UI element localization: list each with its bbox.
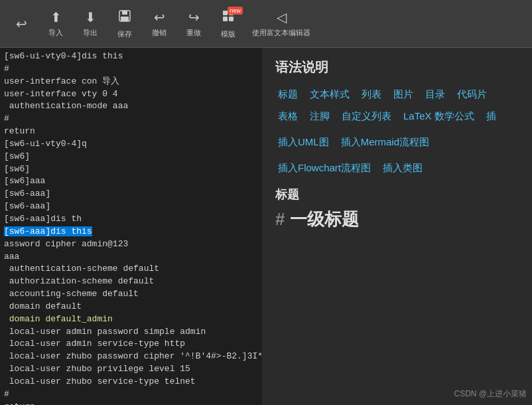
template-label: 模版 xyxy=(221,29,235,39)
term-line: assword cipher admin@123 xyxy=(1,238,261,251)
toolbar-redo-btn[interactable]: ↪ 重做 xyxy=(178,4,210,44)
toolbar-rich-editor-btn[interactable]: ◁ 使用富文本编辑器 xyxy=(247,4,316,44)
svg-rect-2 xyxy=(121,17,129,21)
svg-rect-1 xyxy=(122,11,127,15)
term-line: [sw6-aaa] xyxy=(1,201,261,213)
tag-insert[interactable]: 插 xyxy=(484,109,499,124)
tag-image[interactable]: 图片 xyxy=(391,87,416,102)
toolbar: ↩ ⬆ 导入 ⬇ 导出 保存 ↩ 撤销 ↪ 重做 new xyxy=(0,0,532,48)
term-line: authentication-scheme default xyxy=(1,263,261,276)
new-badge: new xyxy=(228,7,243,15)
undo-icon: ↩ xyxy=(154,9,165,25)
section-subtitle: 标题 xyxy=(275,187,519,202)
rich-editor-icon: ◁ xyxy=(277,9,287,25)
tag-grid: 标题 文本样式 列表 图片 目录 代码片 表格 注脚 自定义列表 LaTeX 数… xyxy=(275,87,519,124)
toolbar-save-btn[interactable]: 保存 xyxy=(109,4,141,44)
toolbar-back-btn[interactable]: ↩ xyxy=(5,4,37,44)
terminal-panel[interactable]: [sw6-ui-vty0-4]dis this # user-interface… xyxy=(0,48,262,405)
tag-custom-list[interactable]: 自定义列表 xyxy=(339,109,394,124)
toolbar-template-btn[interactable]: new 模版 xyxy=(212,4,244,44)
term-line: local-user zhubo privilege level 15 xyxy=(1,363,261,376)
tag-list[interactable]: 列表 xyxy=(359,87,384,102)
redo-label: 重做 xyxy=(186,28,201,38)
term-line: authentication-mode aaa xyxy=(1,100,261,113)
term-line-highlight: [sw6-aaa]dis this xyxy=(1,226,261,238)
term-line: user-interface vty 0 4 xyxy=(1,88,261,101)
grammar-title: 语法说明 xyxy=(275,58,519,76)
redo-icon: ↪ xyxy=(188,9,200,25)
tag-grid-2: 插入UML图 插入Mermaid流程图 xyxy=(275,135,519,150)
toolbar-undo-btn[interactable]: ↩ 撤销 xyxy=(143,4,175,44)
h1-preview: # 一级标题 xyxy=(275,208,519,231)
watermark: CSDN @上进小菜猪 xyxy=(454,388,527,400)
term-line: [sw6-ui-vty0-4]q xyxy=(1,138,261,151)
term-line: return xyxy=(1,125,261,138)
term-line: # xyxy=(1,63,261,76)
tag-footnote[interactable]: 注脚 xyxy=(307,109,332,124)
term-line: [sw6-ui-vty0-4]dis this xyxy=(1,50,261,63)
term-line: return xyxy=(1,401,261,405)
term-line: local-user admin password simple admin xyxy=(1,326,261,339)
save-label: 保存 xyxy=(117,29,132,39)
tag-table[interactable]: 表格 xyxy=(275,109,300,124)
import-icon: ⬆ xyxy=(50,9,62,25)
svg-rect-6 xyxy=(229,17,233,21)
term-line: user-interface con 导入 xyxy=(1,76,261,88)
tag-toc[interactable]: 目录 xyxy=(423,87,448,102)
term-line: aaa xyxy=(1,251,261,264)
toolbar-import-btn[interactable]: ⬆ 导入 xyxy=(40,4,72,44)
h1-text: 一级标题 xyxy=(285,209,358,229)
term-line: domain default xyxy=(1,301,261,313)
export-icon: ⬇ xyxy=(85,9,96,25)
term-line: local-user admin service-type http xyxy=(1,338,261,351)
term-line: authorization-scheme default xyxy=(1,276,261,288)
svg-rect-5 xyxy=(223,17,228,21)
tag-mermaid[interactable]: 插入Mermaid流程图 xyxy=(338,135,432,150)
term-line-domain: domain default_admin xyxy=(1,313,261,326)
tag-class-diagram[interactable]: 插入类图 xyxy=(380,161,425,176)
hash-symbol: # xyxy=(275,209,285,229)
right-panel: 语法说明 标题 文本样式 列表 图片 目录 代码片 表格 注脚 自定义列表 La… xyxy=(262,48,532,405)
term-line: accounting-scheme default xyxy=(1,288,261,301)
term-line: # xyxy=(1,113,261,125)
back-icon: ↩ xyxy=(16,16,27,32)
term-line: local-user zhubo service-type telnet xyxy=(1,376,261,388)
term-line: [sw6-aaa]dis th xyxy=(1,213,261,226)
svg-rect-3 xyxy=(223,11,228,15)
term-line: [sw6] xyxy=(1,163,261,176)
tag-heading[interactable]: 标题 xyxy=(275,87,300,102)
rich-editor-label: 使用富文本编辑器 xyxy=(252,28,310,38)
tag-uml[interactable]: 插入UML图 xyxy=(275,135,332,150)
main-content: [sw6-ui-vty0-4]dis this # user-interface… xyxy=(0,48,532,405)
tag-code-snippet[interactable]: 代码片 xyxy=(454,87,490,102)
undo-label: 撤销 xyxy=(152,28,166,38)
tag-grid-3: 插入Flowchart流程图 插入类图 xyxy=(275,161,519,176)
import-label: 导入 xyxy=(48,28,63,38)
term-line: [sw6-aaa] xyxy=(1,188,261,201)
tag-text-style[interactable]: 文本样式 xyxy=(307,87,352,102)
term-line: local-user zhubo password cipher '^!B'4#… xyxy=(1,351,261,363)
save-icon xyxy=(117,9,132,27)
toolbar-export-btn[interactable]: ⬇ 导出 xyxy=(74,4,106,44)
term-line: [sw6]aaa xyxy=(1,175,261,188)
term-line: [sw6] xyxy=(1,151,261,163)
tag-latex[interactable]: LaTeX 数学公式 xyxy=(401,109,477,124)
tag-flowchart[interactable]: 插入Flowchart流程图 xyxy=(275,161,373,176)
export-label: 导出 xyxy=(83,28,98,38)
term-line: # xyxy=(1,388,261,401)
